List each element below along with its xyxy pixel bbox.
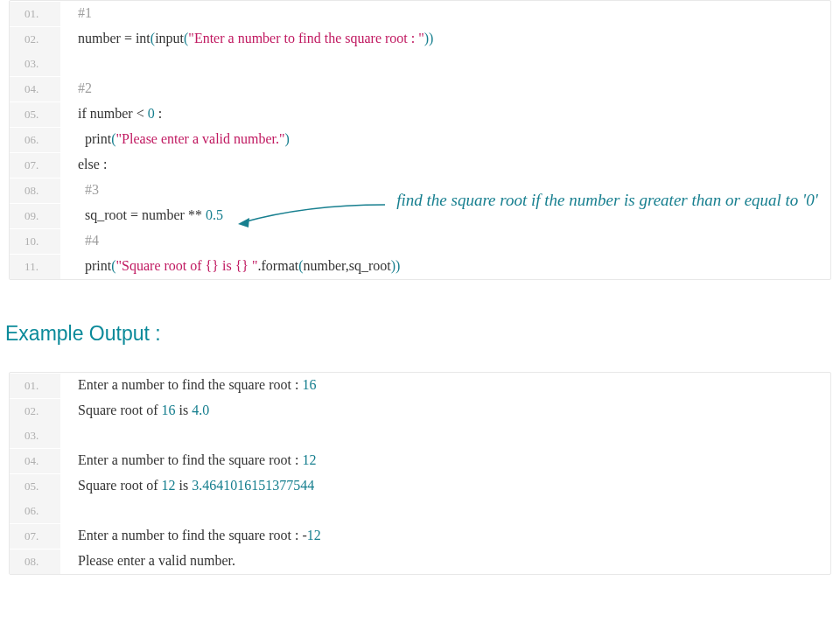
source-code-block: 01.#102.number = int(input("Enter a numb… [9,0,831,280]
line-number: 01. [10,374,60,398]
code-line: 01.Enter a number to find the square roo… [10,373,830,398]
line-number: 07. [10,524,60,549]
line-content: #3 [60,178,99,202]
code-line: 06. print("Please enter a valid number."… [10,127,830,152]
code-line: 04.#2 [10,76,830,102]
line-number: 11. [10,255,60,279]
line-number: 06. [10,499,60,523]
line-number: 10. [10,229,60,254]
line-content: Enter a number to find the square root :… [60,523,321,548]
line-number: 08. [10,550,60,574]
line-number: 05. [10,102,60,127]
line-content: number = int(input("Enter a number to fi… [60,26,433,51]
code-line: 05.if number < 0 : [10,102,830,127]
line-number: 07. [10,153,60,178]
line-content: Enter a number to find the square root :… [60,373,316,397]
line-content: if number < 0 : [60,102,162,126]
line-number: 04. [10,449,60,473]
code-line: 07.Enter a number to find the square roo… [10,523,830,549]
line-number: 08. [10,178,60,203]
code-line: 02.Square root of 16 is 4.0 [10,398,830,424]
code-line: 09. sq_root = number ** 0.5 [10,203,830,228]
line-content: Square root of 16 is 4.0 [60,398,209,423]
code-line: 06. [10,499,830,523]
line-number: 02. [10,27,60,52]
code-line: 10. #4 [10,228,830,254]
code-line: 04.Enter a number to find the square roo… [10,448,830,473]
line-number: 01. [10,2,60,26]
line-content: print("Please enter a valid number.") [60,127,290,151]
line-content: #1 [60,1,92,25]
code-line: 11. print("Square root of {} is {} ".for… [10,254,830,279]
line-content: #2 [60,76,92,101]
line-number: 04. [10,77,60,102]
code-line: 08.Please enter a valid number. [10,549,830,574]
output-code-block: 01.Enter a number to find the square roo… [9,372,831,575]
line-content: Square root of 12 is 3.4641016151377544 [60,473,314,498]
code-line: 05.Square root of 12 is 3.46410161513775… [10,473,830,499]
code-line: 03. [10,424,830,448]
line-number: 03. [10,424,60,448]
line-content: print("Square root of {} is {} ".format(… [60,254,400,278]
line-content: else : [60,152,107,177]
line-number: 06. [10,128,60,152]
line-number: 05. [10,474,60,499]
code-line: 07.else : [10,152,830,178]
code-line: 02.number = int(input("Enter a number to… [10,26,830,52]
line-number: 03. [10,52,60,76]
example-output-heading: Example Output : [5,322,840,346]
line-number: 02. [10,399,60,424]
code-line: 08. #3 [10,178,830,203]
line-content: #4 [60,228,99,253]
code-line: 03. [10,52,830,76]
line-content: Please enter a valid number. [60,549,235,573]
line-number: 09. [10,204,60,228]
line-content: sq_root = number ** 0.5 [60,203,223,228]
line-content: Enter a number to find the square root :… [60,448,316,472]
code-line: 01.#1 [10,1,830,26]
